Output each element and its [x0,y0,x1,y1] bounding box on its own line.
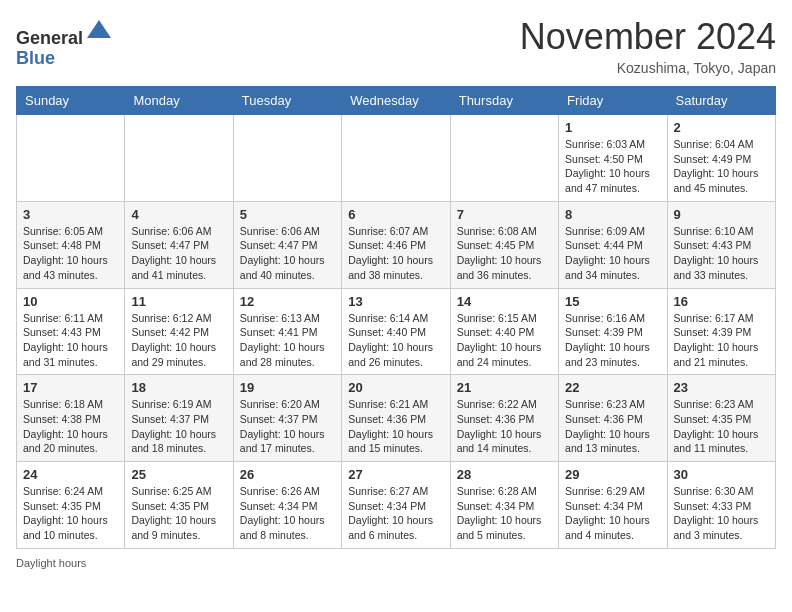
day-info: Sunrise: 6:21 AM Sunset: 4:36 PM Dayligh… [348,397,443,456]
calendar-cell: 17Sunrise: 6:18 AM Sunset: 4:38 PM Dayli… [17,375,125,462]
day-info: Sunrise: 6:18 AM Sunset: 4:38 PM Dayligh… [23,397,118,456]
day-number: 29 [565,467,660,482]
weekday-header-sunday: Sunday [17,87,125,115]
day-info: Sunrise: 6:19 AM Sunset: 4:37 PM Dayligh… [131,397,226,456]
day-info: Sunrise: 6:03 AM Sunset: 4:50 PM Dayligh… [565,137,660,196]
weekday-header-monday: Monday [125,87,233,115]
calendar-cell: 30Sunrise: 6:30 AM Sunset: 4:33 PM Dayli… [667,462,775,549]
day-info: Sunrise: 6:24 AM Sunset: 4:35 PM Dayligh… [23,484,118,543]
day-number: 10 [23,294,118,309]
calendar-cell: 3Sunrise: 6:05 AM Sunset: 4:48 PM Daylig… [17,201,125,288]
svg-marker-0 [87,20,111,38]
calendar-cell: 16Sunrise: 6:17 AM Sunset: 4:39 PM Dayli… [667,288,775,375]
calendar-cell: 24Sunrise: 6:24 AM Sunset: 4:35 PM Dayli… [17,462,125,549]
day-info: Sunrise: 6:04 AM Sunset: 4:49 PM Dayligh… [674,137,769,196]
logo-text: General Blue [16,16,113,69]
calendar-cell: 27Sunrise: 6:27 AM Sunset: 4:34 PM Dayli… [342,462,450,549]
calendar-cell: 4Sunrise: 6:06 AM Sunset: 4:47 PM Daylig… [125,201,233,288]
calendar-week-4: 24Sunrise: 6:24 AM Sunset: 4:35 PM Dayli… [17,462,776,549]
day-number: 30 [674,467,769,482]
logo-icon [85,16,113,44]
day-number: 7 [457,207,552,222]
calendar-cell: 21Sunrise: 6:22 AM Sunset: 4:36 PM Dayli… [450,375,558,462]
calendar-cell [17,115,125,202]
calendar-cell: 12Sunrise: 6:13 AM Sunset: 4:41 PM Dayli… [233,288,341,375]
calendar-cell: 19Sunrise: 6:20 AM Sunset: 4:37 PM Dayli… [233,375,341,462]
calendar-cell: 29Sunrise: 6:29 AM Sunset: 4:34 PM Dayli… [559,462,667,549]
calendar-cell: 15Sunrise: 6:16 AM Sunset: 4:39 PM Dayli… [559,288,667,375]
day-number: 20 [348,380,443,395]
calendar-cell [450,115,558,202]
day-info: Sunrise: 6:06 AM Sunset: 4:47 PM Dayligh… [131,224,226,283]
day-info: Sunrise: 6:11 AM Sunset: 4:43 PM Dayligh… [23,311,118,370]
calendar-cell: 28Sunrise: 6:28 AM Sunset: 4:34 PM Dayli… [450,462,558,549]
calendar-cell: 9Sunrise: 6:10 AM Sunset: 4:43 PM Daylig… [667,201,775,288]
calendar-cell: 22Sunrise: 6:23 AM Sunset: 4:36 PM Dayli… [559,375,667,462]
day-number: 21 [457,380,552,395]
calendar-cell: 10Sunrise: 6:11 AM Sunset: 4:43 PM Dayli… [17,288,125,375]
day-number: 13 [348,294,443,309]
calendar-week-3: 17Sunrise: 6:18 AM Sunset: 4:38 PM Dayli… [17,375,776,462]
calendar-cell [342,115,450,202]
calendar-cell [233,115,341,202]
day-number: 2 [674,120,769,135]
logo-blue: Blue [16,48,55,68]
calendar-body: 1Sunrise: 6:03 AM Sunset: 4:50 PM Daylig… [17,115,776,549]
logo: General Blue [16,16,113,69]
calendar-cell: 18Sunrise: 6:19 AM Sunset: 4:37 PM Dayli… [125,375,233,462]
day-info: Sunrise: 6:30 AM Sunset: 4:33 PM Dayligh… [674,484,769,543]
day-number: 12 [240,294,335,309]
calendar-cell: 11Sunrise: 6:12 AM Sunset: 4:42 PM Dayli… [125,288,233,375]
calendar-cell: 7Sunrise: 6:08 AM Sunset: 4:45 PM Daylig… [450,201,558,288]
day-info: Sunrise: 6:27 AM Sunset: 4:34 PM Dayligh… [348,484,443,543]
day-info: Sunrise: 6:16 AM Sunset: 4:39 PM Dayligh… [565,311,660,370]
page-header: General Blue November 2024 Kozushima, To… [16,16,776,76]
calendar-cell: 2Sunrise: 6:04 AM Sunset: 4:49 PM Daylig… [667,115,775,202]
calendar-cell: 6Sunrise: 6:07 AM Sunset: 4:46 PM Daylig… [342,201,450,288]
location: Kozushima, Tokyo, Japan [520,60,776,76]
calendar-cell: 25Sunrise: 6:25 AM Sunset: 4:35 PM Dayli… [125,462,233,549]
day-number: 1 [565,120,660,135]
calendar-week-0: 1Sunrise: 6:03 AM Sunset: 4:50 PM Daylig… [17,115,776,202]
day-number: 14 [457,294,552,309]
calendar-week-2: 10Sunrise: 6:11 AM Sunset: 4:43 PM Dayli… [17,288,776,375]
day-number: 3 [23,207,118,222]
logo-general: General [16,28,83,48]
calendar-cell: 20Sunrise: 6:21 AM Sunset: 4:36 PM Dayli… [342,375,450,462]
title-block: November 2024 Kozushima, Tokyo, Japan [520,16,776,76]
calendar-cell: 13Sunrise: 6:14 AM Sunset: 4:40 PM Dayli… [342,288,450,375]
day-number: 6 [348,207,443,222]
day-number: 9 [674,207,769,222]
day-info: Sunrise: 6:22 AM Sunset: 4:36 PM Dayligh… [457,397,552,456]
calendar-week-1: 3Sunrise: 6:05 AM Sunset: 4:48 PM Daylig… [17,201,776,288]
day-info: Sunrise: 6:12 AM Sunset: 4:42 PM Dayligh… [131,311,226,370]
day-info: Sunrise: 6:23 AM Sunset: 4:36 PM Dayligh… [565,397,660,456]
weekday-header-thursday: Thursday [450,87,558,115]
day-number: 15 [565,294,660,309]
day-number: 23 [674,380,769,395]
day-number: 24 [23,467,118,482]
calendar-cell: 14Sunrise: 6:15 AM Sunset: 4:40 PM Dayli… [450,288,558,375]
day-number: 19 [240,380,335,395]
day-number: 26 [240,467,335,482]
day-info: Sunrise: 6:10 AM Sunset: 4:43 PM Dayligh… [674,224,769,283]
month-title: November 2024 [520,16,776,58]
day-number: 17 [23,380,118,395]
day-number: 27 [348,467,443,482]
day-info: Sunrise: 6:15 AM Sunset: 4:40 PM Dayligh… [457,311,552,370]
weekday-header-saturday: Saturday [667,87,775,115]
day-number: 28 [457,467,552,482]
day-info: Sunrise: 6:25 AM Sunset: 4:35 PM Dayligh… [131,484,226,543]
day-info: Sunrise: 6:17 AM Sunset: 4:39 PM Dayligh… [674,311,769,370]
day-info: Sunrise: 6:06 AM Sunset: 4:47 PM Dayligh… [240,224,335,283]
day-info: Sunrise: 6:29 AM Sunset: 4:34 PM Dayligh… [565,484,660,543]
weekday-header-tuesday: Tuesday [233,87,341,115]
day-info: Sunrise: 6:13 AM Sunset: 4:41 PM Dayligh… [240,311,335,370]
day-info: Sunrise: 6:14 AM Sunset: 4:40 PM Dayligh… [348,311,443,370]
day-number: 11 [131,294,226,309]
day-info: Sunrise: 6:20 AM Sunset: 4:37 PM Dayligh… [240,397,335,456]
calendar-cell: 26Sunrise: 6:26 AM Sunset: 4:34 PM Dayli… [233,462,341,549]
calendar-cell: 23Sunrise: 6:23 AM Sunset: 4:35 PM Dayli… [667,375,775,462]
day-info: Sunrise: 6:08 AM Sunset: 4:45 PM Dayligh… [457,224,552,283]
calendar-table: SundayMondayTuesdayWednesdayThursdayFrid… [16,86,776,549]
